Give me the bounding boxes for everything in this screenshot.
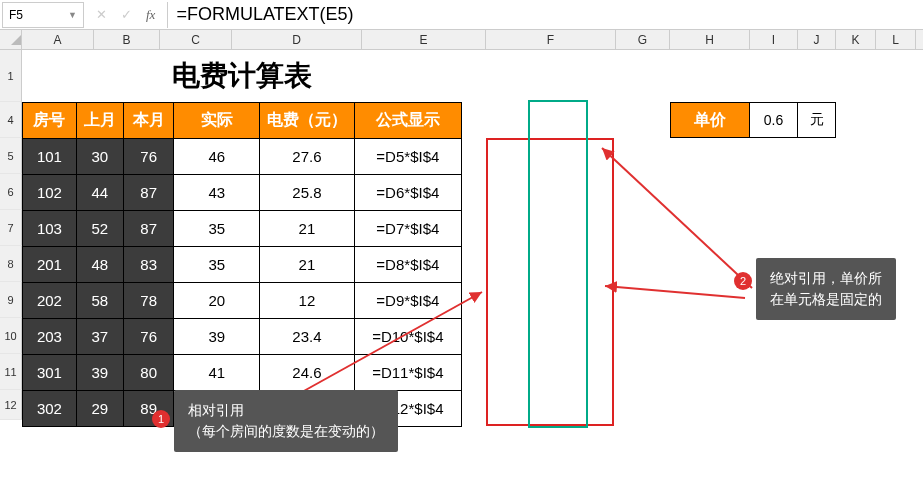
cell-formula[interactable]: =D10*$I$4 — [354, 319, 461, 355]
cell-room[interactable]: 201 — [23, 247, 77, 283]
col-header-I[interactable]: I — [750, 30, 798, 49]
table-row: 101 30 76 46 27.6 =D5*$I$4 — [23, 139, 462, 175]
cell-fee[interactable]: 25.8 — [260, 175, 354, 211]
cell-actual[interactable]: 39 — [174, 319, 260, 355]
cell-fee[interactable]: 21 — [260, 211, 354, 247]
row-header-11[interactable]: 11 — [0, 354, 22, 390]
row-header-8[interactable]: 8 — [0, 246, 22, 282]
cell-room[interactable]: 102 — [23, 175, 77, 211]
row-header-6[interactable]: 6 — [0, 174, 22, 210]
col-header-D[interactable]: D — [232, 30, 362, 49]
col-header-E[interactable]: E — [362, 30, 486, 49]
cell-prev[interactable]: 58 — [76, 283, 123, 319]
cell-prev[interactable]: 52 — [76, 211, 123, 247]
cell-fee[interactable]: 24.6 — [260, 355, 354, 391]
formula-input[interactable] — [167, 2, 923, 28]
price-box: 单价 0.6 元 — [670, 102, 836, 138]
col-header-H[interactable]: H — [670, 30, 750, 49]
row-header-4[interactable]: 4 — [0, 102, 22, 138]
table-row: 301 39 80 41 24.6 =D11*$I$4 — [23, 355, 462, 391]
cell-actual[interactable]: 35 — [174, 247, 260, 283]
sheet-area: A B C D E F G H I J K L 1 4 5 6 7 8 9 10… — [0, 30, 923, 420]
row-header-9[interactable]: 9 — [0, 282, 22, 318]
th-room: 房号 — [23, 103, 77, 139]
cell-actual[interactable]: 41 — [174, 355, 260, 391]
formula-bar-buttons: ✕ ✓ fx — [84, 7, 167, 23]
cell-curr[interactable]: 87 — [123, 175, 174, 211]
cell-prev[interactable]: 48 — [76, 247, 123, 283]
col-header-L[interactable]: L — [876, 30, 916, 49]
price-value[interactable]: 0.6 — [750, 102, 798, 138]
grid[interactable]: 电费计算表 房号 上月 本月 实际 电费（元） 公式显示 101 30 76 4… — [22, 50, 462, 420]
cell-curr[interactable]: 78 — [123, 283, 174, 319]
annotation-absolute-ref: 绝对引用，单价所 在单元格是固定的 — [756, 258, 896, 320]
cell-prev[interactable]: 30 — [76, 139, 123, 175]
cell-room[interactable]: 103 — [23, 211, 77, 247]
annotation-relative-ref: 相对引用 （每个房间的度数是在变动的） — [174, 390, 398, 452]
cell-formula[interactable]: =D6*$I$4 — [354, 175, 461, 211]
name-box-dropdown-icon[interactable]: ▼ — [68, 10, 77, 20]
col-header-A[interactable]: A — [22, 30, 94, 49]
cell-formula[interactable]: =D8*$I$4 — [354, 247, 461, 283]
cell-actual[interactable]: 46 — [174, 139, 260, 175]
cell-fee[interactable]: 23.4 — [260, 319, 354, 355]
cell-formula[interactable]: =D9*$I$4 — [354, 283, 461, 319]
cell-room[interactable]: 202 — [23, 283, 77, 319]
svg-line-1 — [605, 286, 745, 298]
col-header-B[interactable]: B — [94, 30, 160, 49]
col-header-K[interactable]: K — [836, 30, 876, 49]
cell-curr[interactable]: 87 — [123, 211, 174, 247]
cell-room[interactable]: 203 — [23, 319, 77, 355]
cell-room[interactable]: 101 — [23, 139, 77, 175]
annotation-1-line2: （每个房间的度数是在变动的） — [188, 421, 384, 442]
cell-prev[interactable]: 37 — [76, 319, 123, 355]
cell-actual[interactable]: 20 — [174, 283, 260, 319]
cell-room[interactable]: 302 — [23, 391, 77, 427]
col-header-F[interactable]: F — [486, 30, 616, 49]
cell-fee[interactable]: 12 — [260, 283, 354, 319]
cell-prev[interactable]: 39 — [76, 355, 123, 391]
row-header-5[interactable]: 5 — [0, 138, 22, 174]
cell-fee[interactable]: 21 — [260, 247, 354, 283]
th-curr: 本月 — [123, 103, 174, 139]
cell-fee[interactable]: 27.6 — [260, 139, 354, 175]
cell-actual[interactable]: 43 — [174, 175, 260, 211]
cell-formula[interactable]: =D5*$I$4 — [354, 139, 461, 175]
row-header-1[interactable]: 1 — [0, 50, 22, 102]
row-header-10[interactable]: 10 — [0, 318, 22, 354]
page-title: 电费计算表 — [22, 50, 462, 102]
table-row: 201 48 83 35 21 =D8*$I$4 — [23, 247, 462, 283]
row-header-12[interactable]: 12 — [0, 390, 22, 420]
col-header-J[interactable]: J — [798, 30, 836, 49]
col-header-C[interactable]: C — [160, 30, 232, 49]
th-fee: 电费（元） — [260, 103, 354, 139]
confirm-icon[interactable]: ✓ — [121, 7, 132, 22]
cell-formula[interactable]: =D7*$I$4 — [354, 211, 461, 247]
col-header-G[interactable]: G — [616, 30, 670, 49]
row-headers: 1 4 5 6 7 8 9 10 11 12 — [0, 50, 22, 420]
annotation-2-line1: 绝对引用，单价所 — [770, 268, 882, 289]
cell-actual[interactable]: 35 — [174, 211, 260, 247]
name-box[interactable]: F5 ▼ — [2, 2, 84, 28]
price-label: 单价 — [670, 102, 750, 138]
row-header-7[interactable]: 7 — [0, 210, 22, 246]
cell-curr[interactable]: 80 — [123, 355, 174, 391]
cell-curr[interactable]: 76 — [123, 319, 174, 355]
svg-line-0 — [602, 148, 752, 288]
cell-curr[interactable]: 76 — [123, 139, 174, 175]
cell-formula[interactable]: =D11*$I$4 — [354, 355, 461, 391]
table-header-row: 房号 上月 本月 实际 电费（元） 公式显示 — [23, 103, 462, 139]
cell-prev[interactable]: 44 — [76, 175, 123, 211]
th-prev: 上月 — [76, 103, 123, 139]
fx-icon[interactable]: fx — [146, 7, 155, 23]
cell-room[interactable]: 301 — [23, 355, 77, 391]
table-row: 202 58 78 20 12 =D9*$I$4 — [23, 283, 462, 319]
arrow-annotation-2b — [597, 278, 752, 308]
table-row: 203 37 76 39 23.4 =D10*$I$4 — [23, 319, 462, 355]
formula-bar: F5 ▼ ✕ ✓ fx — [0, 0, 923, 30]
select-all-corner[interactable] — [0, 30, 22, 49]
cell-curr[interactable]: 83 — [123, 247, 174, 283]
selection-teal — [528, 100, 588, 428]
cancel-icon[interactable]: ✕ — [96, 7, 107, 22]
cell-prev[interactable]: 29 — [76, 391, 123, 427]
